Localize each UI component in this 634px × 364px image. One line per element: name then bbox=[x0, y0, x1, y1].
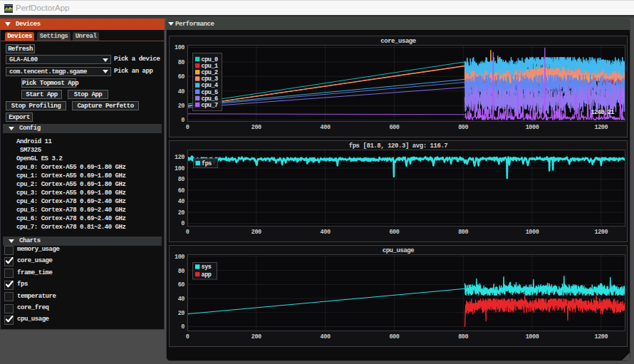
svg-text:20: 20 bbox=[178, 103, 185, 110]
svg-text:0: 0 bbox=[181, 117, 185, 124]
svg-text:0: 0 bbox=[186, 229, 189, 236]
svg-text:1000: 1000 bbox=[526, 229, 539, 236]
svg-text:60: 60 bbox=[178, 187, 185, 194]
svg-text:80: 80 bbox=[178, 176, 185, 183]
svg-text:20: 20 bbox=[178, 209, 185, 217]
svg-text:0: 0 bbox=[186, 124, 189, 131]
svg-text:800: 800 bbox=[458, 124, 468, 131]
svg-text:100: 100 bbox=[175, 44, 185, 51]
svg-text:fps: fps bbox=[202, 160, 212, 167]
svg-text:600: 600 bbox=[389, 333, 399, 340]
svg-text:20: 20 bbox=[178, 310, 185, 317]
svg-text:40: 40 bbox=[178, 88, 185, 95]
svg-text:40: 40 bbox=[178, 296, 185, 303]
svg-text:1200: 1200 bbox=[594, 124, 608, 131]
svg-text:80: 80 bbox=[178, 268, 185, 275]
svg-text:60: 60 bbox=[178, 281, 185, 288]
svg-text:100: 100 bbox=[175, 165, 185, 172]
svg-text:120: 120 bbox=[175, 154, 185, 161]
svg-text:600: 600 bbox=[389, 124, 399, 131]
svg-text:100: 100 bbox=[175, 254, 185, 261]
svg-text:80: 80 bbox=[178, 59, 185, 66]
svg-text:1240,21: 1240,21 bbox=[591, 109, 614, 116]
svg-text:200: 200 bbox=[251, 124, 261, 131]
svg-text:400: 400 bbox=[321, 124, 331, 131]
svg-text:0: 0 bbox=[181, 323, 185, 331]
svg-text:fps [81.8, 120.3] avg: 116.7: fps [81.8, 120.3] avg: 116.7 bbox=[349, 142, 448, 150]
svg-text:200: 200 bbox=[251, 229, 261, 236]
svg-text:1000: 1000 bbox=[526, 333, 539, 340]
svg-text:200: 200 bbox=[251, 333, 261, 340]
svg-text:600: 600 bbox=[389, 229, 399, 236]
svg-text:1200: 1200 bbox=[594, 333, 608, 340]
svg-text:cpu_7: cpu_7 bbox=[202, 102, 219, 109]
svg-text:60: 60 bbox=[178, 73, 185, 80]
svg-text:core_usage: core_usage bbox=[380, 38, 416, 45]
svg-text:400: 400 bbox=[321, 333, 331, 340]
svg-text:800: 800 bbox=[458, 333, 468, 340]
svg-text:1200: 1200 bbox=[594, 229, 608, 236]
svg-text:400: 400 bbox=[321, 229, 331, 236]
svg-text:40: 40 bbox=[178, 198, 185, 205]
svg-text:app: app bbox=[202, 271, 212, 279]
svg-text:cpu_usage: cpu_usage bbox=[383, 247, 415, 254]
svg-text:800: 800 bbox=[458, 229, 468, 236]
svg-text:0: 0 bbox=[181, 220, 185, 227]
svg-text:1000: 1000 bbox=[526, 124, 539, 131]
svg-text:0: 0 bbox=[186, 333, 189, 340]
svg-text:sys: sys bbox=[202, 264, 212, 271]
